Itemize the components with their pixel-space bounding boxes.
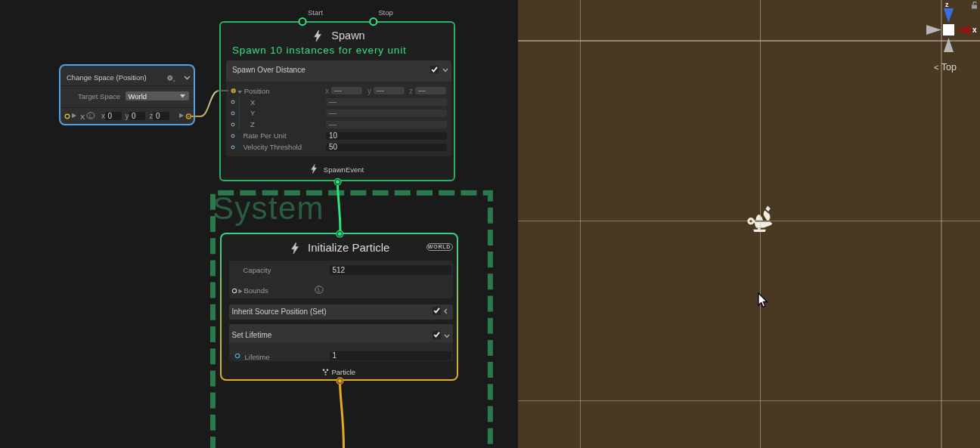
svg-text:z: z (945, 1, 949, 8)
svg-text:x: x (972, 26, 977, 34)
svg-text:L: L (89, 113, 92, 119)
svg-text:L: L (317, 286, 320, 293)
